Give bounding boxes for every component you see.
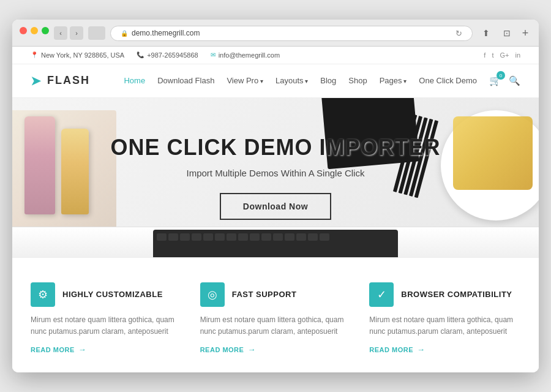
key [285, 233, 294, 241]
browser-back-button[interactable]: ‹ [54, 26, 67, 40]
phone-item: 📞 +987-265945868 [137, 51, 198, 59]
arrow-right-icon: → [417, 345, 425, 354]
new-tab-button[interactable]: ⊡ [498, 26, 515, 40]
website-content: 📍 New York, NY 928865, USA 📞 +987-265945… [12, 47, 539, 372]
phone-text: +987-265945868 [147, 51, 198, 59]
hero-title: ONE CLICK DEMO IMPORTER [110, 135, 440, 160]
googleplus-link[interactable]: G+ [500, 51, 509, 59]
keyboard-decoration [153, 230, 398, 257]
key [320, 233, 329, 241]
key [227, 233, 236, 241]
traffic-lights [20, 27, 49, 34]
lock-icon: 🔒 [121, 30, 128, 37]
feature-support-icon-box: ◎ [200, 282, 225, 307]
hero-section: ONE CLICK DEMO IMPORTER Import Multiple … [12, 98, 539, 257]
feature-compatibility-title: BROWSER COMPATIBILITY [401, 290, 512, 299]
nav-one-click-demo[interactable]: One Click Demo [419, 76, 477, 85]
cart-icon[interactable]: 🛒 0 [489, 75, 501, 86]
feature-customizable-title: HIGHLY CUSTOMIZABLE [62, 290, 163, 299]
cart-badge: 0 [497, 71, 505, 80]
support-icon: ◎ [208, 288, 217, 301]
perfume-bottle-1 [24, 116, 55, 214]
nav-icons: 🛒 0 🔍 [489, 75, 520, 86]
nav-download-flash[interactable]: Download Flash [157, 76, 214, 85]
features-section: ⚙ HIGHLY CUSTOMIZABLE Mirum est notare q… [12, 257, 539, 372]
browser-forward-button[interactable]: › [70, 26, 83, 40]
feature-compatibility-link[interactable]: READ MORE → [369, 345, 520, 354]
perfume-bottle-2 [61, 129, 89, 214]
feature-compatibility-icon-box: ✓ [369, 282, 394, 307]
email-item: ✉ info@themegrill.com [211, 51, 280, 59]
search-icon[interactable]: 🔍 [509, 75, 520, 86]
key [308, 233, 318, 241]
share-button[interactable]: ⬆ [478, 26, 495, 40]
key [157, 233, 167, 241]
arrow-right-icon: → [247, 345, 256, 354]
url-text: demo.themegrill.com [132, 29, 200, 37]
feature-compatibility-text: Mirum est notare quam littera gothica, q… [369, 314, 520, 337]
top-bar: 📍 New York, NY 928865, USA 📞 +987-265945… [12, 47, 539, 64]
hero-subtitle: Import Multiple Demos Within A Single Cl… [110, 168, 440, 178]
email-text: info@themegrill.com [219, 51, 280, 59]
facebook-link[interactable]: f [484, 51, 485, 59]
address-item: 📍 New York, NY 928865, USA [31, 51, 124, 59]
location-icon: 📍 [31, 51, 38, 58]
maximize-traffic-light[interactable] [42, 27, 49, 34]
linkedin-link[interactable]: in [515, 51, 520, 59]
key [238, 233, 248, 241]
twitter-link[interactable]: t [492, 51, 493, 59]
feature-customizable-text: Mirum est notare quam littera gothica, q… [31, 314, 182, 337]
key [215, 233, 225, 241]
close-traffic-light[interactable] [20, 27, 27, 34]
arrow-right-icon: → [78, 345, 87, 354]
download-now-button[interactable]: Download Now [220, 193, 331, 220]
gear-icon: ⚙ [38, 288, 48, 301]
feature-customizable: ⚙ HIGHLY CUSTOMIZABLE Mirum est notare q… [31, 282, 182, 354]
feature-support-header: ◎ FAST SUPPORT [200, 282, 351, 307]
browser-tab[interactable] [88, 26, 105, 40]
hero-content: ONE CLICK DEMO IMPORTER Import Multiple … [110, 135, 440, 220]
key [168, 233, 178, 241]
key [261, 233, 271, 241]
add-tab-button[interactable]: + [519, 27, 531, 39]
key [250, 233, 260, 241]
nav-view-pro[interactable]: View Pro [227, 76, 263, 85]
logo-icon: ➤ [31, 74, 42, 88]
address-text: New York, NY 928865, USA [41, 51, 124, 59]
feature-customizable-link[interactable]: READ MORE → [31, 345, 182, 354]
feature-compatibility: ✓ BROWSER COMPATIBILITY Mirum est notare… [369, 282, 520, 354]
email-icon: ✉ [211, 51, 216, 58]
logo-text: FLASH [47, 74, 90, 87]
address-bar[interactable]: 🔒 demo.themegrill.com ↻ [110, 26, 473, 41]
key [273, 233, 283, 241]
logo[interactable]: ➤ FLASH [31, 74, 90, 88]
feature-compatibility-header: ✓ BROWSER COMPATIBILITY [369, 282, 520, 307]
feature-customizable-header: ⚙ HIGHLY CUSTOMIZABLE [31, 282, 182, 307]
feature-support-title: FAST SUPPORT [232, 290, 297, 299]
key [296, 233, 306, 241]
nav-pages[interactable]: Pages [380, 76, 407, 85]
nav-home[interactable]: Home [124, 76, 145, 85]
nav-layouts[interactable]: Layouts [276, 76, 308, 85]
feature-customizable-link-label: READ MORE [31, 346, 75, 353]
nav-shop[interactable]: Shop [348, 76, 367, 85]
feature-support: ◎ FAST SUPPORT Mirum est notare quam lit… [200, 282, 351, 354]
browser-window: ‹ › 🔒 demo.themegrill.com ↻ ⬆ ⊡ + 📍 [12, 20, 539, 372]
key [180, 233, 190, 241]
social-links: f t G+ in [484, 51, 520, 59]
main-nav: ➤ FLASH Home Download Flash View Pro Lay… [12, 64, 539, 98]
key [203, 233, 213, 241]
feature-support-link[interactable]: READ MORE → [200, 345, 351, 354]
key [192, 233, 201, 241]
compatibility-icon: ✓ [377, 288, 386, 301]
desk-bottom-decoration [12, 227, 539, 257]
feature-compatibility-link-label: READ MORE [369, 346, 413, 353]
phone-icon: 📞 [137, 51, 144, 58]
minimize-traffic-light[interactable] [31, 27, 38, 34]
feature-customizable-icon-box: ⚙ [31, 282, 55, 307]
refresh-icon: ↻ [455, 29, 462, 38]
nav-blog[interactable]: Blog [320, 76, 336, 85]
keyboard-keys [153, 230, 398, 244]
feature-support-text: Mirum est notare quam littera gothica, q… [200, 314, 351, 337]
nav-links: Home Download Flash View Pro Layouts Blo… [124, 76, 477, 85]
